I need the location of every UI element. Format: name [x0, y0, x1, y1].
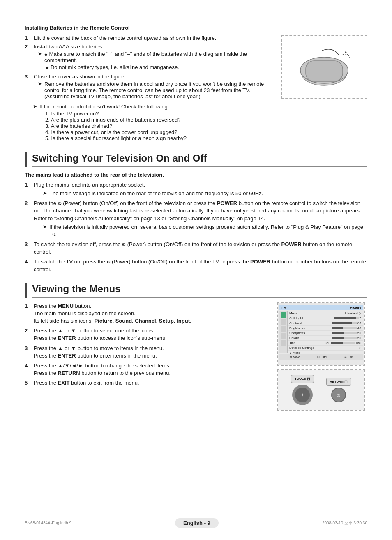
- diamond-icon-2: ◆: [46, 65, 49, 70]
- tv-footer: ⊕ Move ⊡ Enter ⊘ Exit: [279, 354, 363, 360]
- remote-return-area: RETURN ⊡ ᴓ: [326, 378, 351, 402]
- footer-enter: ⊡ Enter: [317, 355, 327, 359]
- arrow-s2: ➤: [43, 224, 47, 238]
- tv-row-detailed: Detailed Settings▷: [288, 346, 363, 351]
- picture-label: Picture: [350, 306, 361, 309]
- tv-row-brightness: Brightness 45: [288, 326, 363, 331]
- viewing-images: T V Picture: [277, 302, 367, 411]
- switching-body: The mains lead is attached to the rear o…: [25, 172, 367, 273]
- troubleshoot-items: 1. Is the TV power on? 2. Are the plus a…: [39, 111, 187, 141]
- viewing-steps: 1 Press the MENU button. The main menu i…: [25, 302, 269, 387]
- viewing-step-2: 2 Press the ▲ or ▼ button to select one …: [25, 327, 269, 342]
- viewing-title: Viewing the Menus: [32, 283, 367, 298]
- tv-row-cellight: Cell Light 7: [288, 316, 363, 321]
- viewing-step-5: 5 Press the EXIT button to exit from the…: [25, 379, 269, 387]
- step-3-sub: ➤ Remove the batteries and store them in…: [38, 81, 273, 99]
- arrow-icon-3: ➤: [38, 81, 42, 99]
- step-2-sub-1: ➤ ◆ Make sure to match the "+" and "–" e…: [38, 51, 273, 63]
- nav-center: ✦: [295, 388, 310, 402]
- viewing-text: 1 Press the MENU button. The main menu i…: [25, 302, 269, 411]
- arrow-icon: ➤: [38, 51, 42, 63]
- footer-filename: BN68-01434A-Eng.indb 9: [25, 521, 71, 525]
- icon-setup: [281, 333, 286, 339]
- installing-batteries-heading: Installing Batteries in the Remote Contr…: [25, 25, 367, 31]
- page: Installing Batteries in the Remote Contr…: [0, 0, 392, 540]
- viewing-header: Viewing the Menus: [25, 283, 367, 298]
- nav-pad-area: ✦: [292, 385, 313, 405]
- viewing-content: 1 Press the MENU button. The main menu i…: [25, 302, 367, 411]
- power-button: ᴓ: [331, 388, 346, 402]
- tv-row-more: ∨ More: [288, 351, 363, 355]
- viewing-step-4: 4 Press the ▲/▼/◄/► button to change the…: [25, 362, 269, 377]
- batteries-step-list: 1 Lift the cover at the back of the remo…: [25, 35, 273, 100]
- batteries-text: 1 Lift the cover at the back of the remo…: [25, 35, 273, 143]
- remote-tools-area: TOOLS ⊡ ✦: [291, 375, 314, 405]
- tv-screen-header: T V Picture: [279, 305, 363, 310]
- switching-step-3: 3 To switch the television off, press th…: [25, 241, 367, 256]
- tv-row-tint: Tint G50R50: [288, 341, 363, 346]
- icon-channel: [281, 326, 286, 332]
- viewing-section: Viewing the Menus 1 Press the MENU butto…: [25, 283, 367, 411]
- tv-row-contrast: Contrast 80: [288, 321, 363, 326]
- page-footer: BN68-01434A-Eng.indb 9 English - 9 2008-…: [0, 518, 392, 528]
- tv-label: T V: [281, 306, 286, 309]
- return-button: RETURN ⊡: [326, 378, 351, 386]
- footer-label: English - 9: [175, 518, 219, 528]
- tv-screen-image: T V Picture: [277, 302, 365, 366]
- installing-batteries-section: Installing Batteries in the Remote Contr…: [25, 25, 367, 143]
- batteries-image: ▲ ↑: [281, 35, 367, 99]
- tv-row-sharpness: Sharpness 50: [288, 331, 363, 336]
- step-2-sub-2: ◆ Do not mix battery types, i.e. alkalin…: [38, 64, 273, 70]
- viewing-step-1: 1 Press the MENU button. The main menu i…: [25, 302, 269, 325]
- tv-screen: T V Picture: [278, 303, 364, 365]
- switching-steps: 1 Plug the mains lead into an appropriat…: [25, 181, 367, 273]
- icon-picture: [281, 312, 286, 318]
- remote-mock: TOOLS ⊡ ✦ RETURN ⊡: [278, 370, 364, 410]
- switching-header: Switching Your Television On and Off: [25, 152, 367, 167]
- troubleshoot-note: ➤ If the remote control doesn't work! Ch…: [25, 104, 273, 141]
- footer-move: ⊕ Move: [290, 355, 300, 359]
- switching-step-2: 2 Press the ᴓ (Power) button (On/Off) on…: [25, 200, 367, 238]
- footer-datetime: 2008-03-10 오후 3:30:30: [322, 520, 367, 526]
- svg-rect-2: [306, 61, 343, 81]
- step-2: 2 Install two AAA size batteries. ➤ ◆ Ma…: [25, 44, 273, 71]
- svg-text:▲: ▲: [344, 50, 348, 54]
- step-3: 3 Close the cover as shown in the figure…: [25, 74, 273, 100]
- icon-sound: [281, 319, 286, 325]
- section-bar-viewing: [25, 283, 27, 298]
- arrow-icon: [38, 64, 43, 70]
- switching-step-4: 4 To switch the TV on, press the ᴓ (Powe…: [25, 258, 367, 273]
- diamond-icon: ◆: [44, 52, 48, 57]
- switching-step-1: 1 Plug the mains lead into an appropriat…: [25, 181, 367, 197]
- svg-text:↑: ↑: [320, 46, 322, 51]
- tv-row-mode: Mode: Standard ▷: [288, 311, 363, 316]
- remote-image: TOOLS ⊡ ✦ RETURN ⊡: [277, 369, 365, 411]
- icon-input: [281, 340, 286, 346]
- step-1: 1 Lift the cover at the back of the remo…: [25, 35, 273, 41]
- tools-button: TOOLS ⊡: [291, 375, 314, 383]
- switching-section: Switching Your Television On and Off The…: [25, 152, 367, 273]
- viewing-step-3: 3 Press the ▲ or ▼ button to move to ite…: [25, 345, 269, 360]
- troubleshoot-arrow: ➤: [33, 104, 37, 141]
- arrow-s1: ➤: [43, 190, 47, 197]
- footer-exit: ⊘ Exit: [344, 355, 353, 359]
- switching-title: Switching Your Television On and Off: [32, 152, 367, 167]
- switching-mains-note: The mains lead is attached to the rear o…: [25, 172, 367, 178]
- tv-row-colour: Colour 50: [288, 336, 363, 341]
- section-bar: [25, 152, 27, 167]
